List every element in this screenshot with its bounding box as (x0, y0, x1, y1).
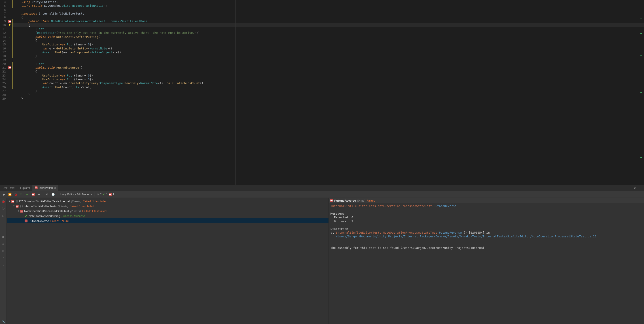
layout-icon[interactable]: ▦ (1, 234, 6, 239)
code-editor: 4567891011121314151617181920212223242526… (0, 0, 644, 185)
close-tab-icon[interactable]: × (54, 186, 56, 190)
tab-initialization[interactable]: Initialization × (32, 185, 58, 191)
breakpoint-icon[interactable] (8, 19, 12, 23)
settings-button[interactable]: ⚙ (44, 192, 50, 197)
tree-test-fail[interactable]: PutAndReverse Failed: Failure (7, 218, 328, 223)
test-fail-gutter-icon[interactable] (8, 66, 12, 70)
down-icon[interactable]: ↓ (1, 262, 6, 268)
total-count: ⟳2 (97, 193, 102, 196)
detail-body[interactable]: InternalSimfileEditorTests.NoteOperation… (329, 203, 644, 251)
code-content[interactable]: using Unity.Entities; using static E7.On… (13, 0, 644, 185)
debug-button[interactable]: 🐞 (13, 192, 18, 197)
rerun-failed-button[interactable]: ↪ (24, 192, 30, 197)
panel-title: Unit Tests: (0, 186, 18, 190)
run-mode-dropdown[interactable]: Unity Editor - Edit Mode (58, 192, 93, 197)
panel-tab-bar: Unit Tests: Explorer Initialization × ⚙ … (0, 185, 644, 191)
gutter-markers: 💡 ✔ (8, 0, 12, 185)
lightbulb-icon[interactable]: 💡 (8, 23, 12, 27)
add-icon[interactable]: ＋ (1, 220, 6, 225)
detail-header: PutAndReverse [0 ms] Failure (329, 198, 644, 203)
line-number-gutter: 4567891011121314151617181920212223242526… (0, 0, 8, 185)
expand-icon[interactable]: ⇲ (1, 241, 6, 246)
bug-icon[interactable]: 🐞 (1, 199, 6, 204)
run-button[interactable]: ▶ (1, 192, 7, 197)
side-toolbar: 🐞 🛡 ⏱ ＋ ▦ ⇲ ⇱ ↑ ↓ 🔧 (0, 198, 7, 324)
fail-status-icon (330, 199, 333, 202)
shield-icon[interactable]: 🛡 (1, 206, 6, 211)
tree-class[interactable]: ▼ NoteOperationProcessedStateTest (2 tes… (7, 209, 328, 213)
stop-on-fail-button[interactable] (30, 192, 36, 197)
tree-root[interactable]: ▼ ⎘ E7.Onmaku.SimfileEditor.Tests.Intern… (7, 199, 328, 204)
minimize-icon[interactable]: — (638, 186, 644, 190)
tree-test-pass[interactable]: ✔ NoteIsActiveAfterPutting Success: Succ… (7, 213, 328, 218)
tree-namespace[interactable]: ▼ {} InternalSimfileEditorTests (2 tests… (7, 204, 328, 209)
fail-status-icon (35, 186, 38, 189)
history-button[interactable]: 🕐 (50, 192, 56, 197)
test-pass-gutter-icon[interactable]: ✔ (8, 35, 12, 39)
fail-count: 1 (109, 193, 114, 196)
test-toolbar: ▶ ⏩ 🐞 ↻ ↪ ■ ⚙ 🕐 Unity Editor - Edit Mode… (0, 191, 644, 198)
gear-icon[interactable]: ⚙ (632, 186, 638, 190)
clock-icon[interactable]: ⏱ (1, 213, 6, 218)
scrollbar-markers[interactable] (640, 0, 643, 185)
tab-explorer[interactable]: Explorer (18, 185, 32, 191)
detail-title: PutAndReverse (334, 199, 356, 202)
run-all-button[interactable]: ⏩ (7, 192, 12, 197)
test-tree[interactable]: ▼ ⎘ E7.Onmaku.SimfileEditor.Tests.Intern… (7, 198, 328, 324)
detail-status: Failure (366, 199, 376, 202)
stop-button[interactable]: ■ (36, 192, 42, 197)
wrench-icon[interactable]: 🔧 (1, 319, 6, 324)
detail-time: [0 ms] (357, 199, 365, 202)
repeat-button[interactable]: ↻ (19, 192, 24, 197)
up-icon[interactable]: ↑ (1, 255, 6, 260)
pass-count: ✔1 (103, 193, 108, 196)
test-detail-panel: PutAndReverse [0 ms] Failure InternalSim… (328, 198, 644, 324)
collapse-icon[interactable]: ⇱ (1, 248, 6, 253)
